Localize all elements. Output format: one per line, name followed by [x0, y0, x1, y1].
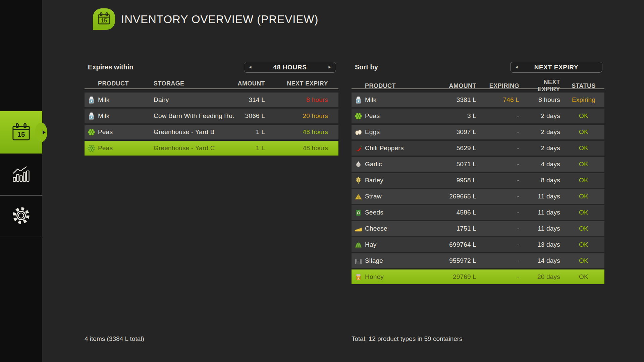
table-row[interactable]: Milk3381 L746 L8 hoursExpiring	[352, 93, 604, 107]
cell-product: Seeds	[365, 209, 429, 216]
table-row[interactable]: Hay699764 L-13 daysOK	[352, 237, 604, 252]
cell-expiring: -	[479, 225, 522, 232]
table-row[interactable]: Eggs3097 L-2 daysOK	[352, 125, 604, 139]
barley-icon	[352, 176, 365, 185]
cell-status: OK	[563, 257, 604, 264]
cell-expiring: -	[479, 273, 522, 281]
cell-expiring: -	[479, 257, 522, 264]
cell-status: OK	[563, 209, 604, 216]
calendar-icon: 15	[11, 122, 32, 143]
silage-icon	[352, 256, 365, 265]
cell-product: Barley	[365, 177, 429, 184]
cell-product: Eggs	[365, 128, 429, 136]
svg-text:15: 15	[17, 131, 25, 138]
sidebar: 15	[0, 0, 42, 362]
chevron-left-icon[interactable]: ◄	[248, 62, 252, 72]
cell-storage: Dairy	[154, 96, 234, 104]
cell-status: OK	[563, 241, 604, 248]
cheese-icon	[352, 224, 365, 233]
cell-amount: 5629 L	[429, 144, 479, 152]
col-next-expiry: NEXT EXPIRY	[268, 80, 338, 87]
table-row[interactable]: PeasGreenhouse - Yard B1 L48 hours	[85, 125, 338, 139]
cell-expiring: 746 L	[479, 96, 522, 104]
cell-amount: 9958 L	[429, 177, 479, 184]
cell-status: OK	[563, 193, 604, 200]
cell-amount: 1751 L	[429, 225, 479, 232]
gear-icon	[11, 206, 31, 227]
expires-within-label: Expires within	[88, 62, 133, 73]
cell-amount: 955972 L	[429, 257, 479, 264]
cell-product: Chili Peppers	[365, 144, 429, 152]
cell-expiring: -	[479, 193, 522, 200]
col-storage: STORAGE	[154, 80, 234, 87]
sort-by-selector[interactable]: ◄ NEXT EXPIRY	[510, 62, 602, 73]
cell-amount: 3097 L	[429, 128, 479, 136]
table-row[interactable]: MilkCow Barn With Feeding Ro...3066 L20 …	[85, 109, 338, 123]
cell-product: Silage	[365, 257, 429, 264]
active-tab-arrow-icon	[43, 130, 46, 134]
table-row[interactable]: MilkDairy314 L8 hours	[85, 93, 338, 107]
col-amount: AMOUNT	[234, 80, 268, 87]
cell-amount: 3381 L	[429, 96, 479, 104]
cell-amount: 314 L	[234, 96, 268, 104]
cell-expiring: -	[479, 161, 522, 168]
cell-amount: 3 L	[429, 112, 479, 120]
cell-next-expiry: 20 hours	[268, 112, 338, 120]
cell-amount: 269665 L	[429, 193, 479, 200]
table-row[interactable]: PeasGreenhouse - Yard C1 L48 hours	[85, 141, 338, 156]
cell-next-expiry: 48 hours	[268, 128, 338, 136]
expires-within-selector[interactable]: ◄ 48 HOURS ►	[244, 62, 336, 73]
cell-product: Peas	[98, 144, 154, 152]
right-table-body: Milk3381 L746 L8 hoursExpiringPeas3 L-2 …	[352, 93, 604, 284]
cell-amount: 29769 L	[429, 273, 479, 281]
cell-amount: 1 L	[234, 144, 268, 152]
cell-next-expiry: 8 hours	[522, 96, 563, 104]
sidebar-item-inventory-overview[interactable]: 15	[0, 111, 42, 154]
cell-next-expiry: 8 days	[522, 177, 563, 184]
sidebar-item-settings[interactable]	[0, 196, 42, 237]
col-status: STATUS	[563, 82, 604, 89]
cell-expiring: -	[479, 144, 522, 152]
cell-expiring: -	[479, 128, 522, 136]
left-table-header: PRODUCT STORAGE AMOUNT NEXT EXPIRY	[85, 79, 338, 89]
cell-storage: Cow Barn With Feeding Ro...	[154, 112, 234, 120]
table-row[interactable]: Honey29769 L-20 daysOK	[352, 269, 604, 284]
table-row[interactable]: Barley9958 L-8 daysOK	[352, 173, 604, 188]
cell-product: Milk	[98, 112, 154, 120]
cell-next-expiry: 4 days	[522, 161, 563, 168]
cell-product: Milk	[365, 96, 429, 104]
cell-amount: 4586 L	[429, 209, 479, 216]
table-row[interactable]: Garlic5071 L-4 daysOK	[352, 157, 604, 172]
cell-status: OK	[563, 112, 604, 120]
stats-icon	[11, 165, 31, 184]
sort-by-value: NEXT EXPIRY	[534, 64, 579, 71]
milk-icon	[85, 96, 98, 105]
table-row[interactable]: Cheese1751 L-11 daysOK	[352, 221, 604, 236]
honey-icon	[352, 273, 365, 282]
sidebar-item-statistics[interactable]	[0, 154, 42, 195]
expires-within-value: 48 HOURS	[273, 64, 307, 71]
cell-status: OK	[563, 273, 604, 281]
table-row[interactable]: Silage955972 L-14 daysOK	[352, 253, 604, 268]
cell-status: OK	[563, 177, 604, 184]
straw-icon	[352, 192, 365, 201]
table-row[interactable]: Peas3 L-2 daysOK	[352, 109, 604, 123]
left-table-summary: 4 items (3384 L total)	[85, 335, 144, 343]
table-row[interactable]: Straw269665 L-11 daysOK	[352, 189, 604, 204]
col-next-expiry: NEXT EXPIRY	[522, 79, 563, 93]
cell-amount: 1 L	[234, 128, 268, 136]
cell-expiring: -	[479, 177, 522, 184]
chevron-left-icon[interactable]: ◄	[515, 62, 519, 72]
peas-icon	[85, 144, 98, 153]
cell-product: Garlic	[365, 161, 429, 168]
chili-icon	[352, 144, 365, 153]
right-table-summary: Total: 12 product types in 59 containers	[352, 335, 463, 343]
cell-product: Cheese	[365, 225, 429, 232]
cell-product: Straw	[365, 193, 429, 200]
table-row[interactable]: Chili Peppers5629 L-2 daysOK	[352, 141, 604, 156]
table-row[interactable]: Seeds4586 L-11 daysOK	[352, 205, 604, 220]
cell-next-expiry: 2 days	[522, 112, 563, 120]
milk-icon	[352, 96, 365, 105]
chevron-right-icon[interactable]: ►	[328, 62, 332, 72]
cell-product: Milk	[98, 96, 154, 104]
